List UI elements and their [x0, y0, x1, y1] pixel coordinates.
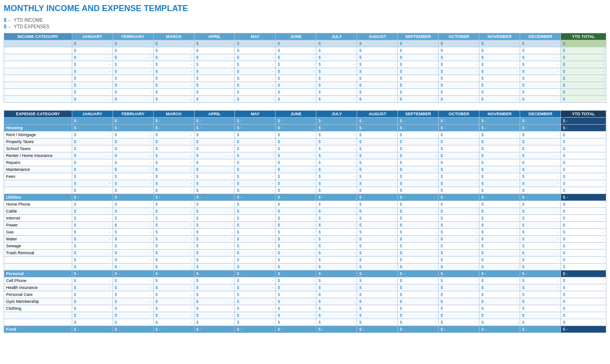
data-cell[interactable]: $ - — [276, 145, 316, 152]
data-cell[interactable]: $ - — [520, 298, 561, 305]
data-cell[interactable]: $ - — [561, 187, 606, 194]
data-cell[interactable]: $ - — [194, 61, 235, 68]
data-cell[interactable]: $ - — [194, 132, 235, 138]
data-cell[interactable]: $ - — [561, 312, 606, 319]
data-cell[interactable]: $ - — [153, 187, 194, 194]
data-cell[interactable]: $ - — [439, 201, 479, 208]
data-cell[interactable]: $ - — [479, 61, 520, 68]
data-cell[interactable]: $ - — [439, 159, 479, 166]
data-cell[interactable]: $ - — [520, 82, 561, 89]
data-cell[interactable]: $ - — [113, 215, 153, 222]
data-cell[interactable]: $ - — [316, 61, 357, 68]
data-cell[interactable]: $ - — [194, 250, 235, 257]
data-cell[interactable]: $ - — [561, 54, 606, 61]
data-cell[interactable]: $ - — [520, 75, 561, 82]
data-cell[interactable]: $ - — [398, 229, 439, 236]
data-cell[interactable]: $ - — [439, 40, 479, 47]
data-cell[interactable]: $ - — [479, 222, 520, 229]
data-cell[interactable]: $ - — [398, 68, 439, 75]
data-cell[interactable]: $ - — [194, 187, 235, 194]
data-cell[interactable]: $ - — [398, 215, 439, 222]
data-cell[interactable]: $ - — [561, 319, 606, 326]
data-cell[interactable]: $ - — [235, 277, 276, 284]
data-cell[interactable]: $ - — [194, 284, 235, 291]
data-cell[interactable]: $ - — [194, 173, 235, 180]
data-cell[interactable]: $ - — [561, 305, 606, 312]
data-cell[interactable]: $ - — [276, 166, 316, 173]
data-cell[interactable]: $ - — [235, 132, 276, 138]
data-cell[interactable]: $ - — [479, 75, 520, 82]
data-cell[interactable]: $ - — [276, 298, 316, 305]
data-cell[interactable]: $ - — [398, 291, 439, 298]
data-cell[interactable]: $ - — [398, 277, 439, 284]
data-cell[interactable]: $ - — [153, 166, 194, 173]
data-cell[interactable]: $ - — [561, 145, 606, 152]
data-cell[interactable]: $ - — [153, 264, 194, 270]
data-cell[interactable]: $ - — [113, 138, 153, 145]
data-cell[interactable]: $ - — [276, 96, 316, 103]
data-cell[interactable]: $ - — [113, 250, 153, 257]
data-cell[interactable]: $ - — [113, 312, 153, 319]
data-cell[interactable]: $ - — [357, 75, 398, 82]
data-cell[interactable]: $ - — [479, 284, 520, 291]
data-cell[interactable]: $ - — [520, 291, 561, 298]
data-cell[interactable]: $ - — [72, 54, 113, 61]
data-cell[interactable]: $ - — [113, 236, 153, 243]
data-cell[interactable]: $ - — [153, 61, 194, 68]
data-cell[interactable]: $ - — [276, 277, 316, 284]
data-cell[interactable]: $ - — [479, 145, 520, 152]
data-cell[interactable]: $ - — [357, 319, 398, 326]
data-cell[interactable]: $ - — [113, 305, 153, 312]
data-cell[interactable]: $ - — [357, 236, 398, 243]
data-cell[interactable]: $ - — [72, 68, 113, 75]
data-cell[interactable]: $ - — [276, 159, 316, 166]
data-cell[interactable]: $ - — [520, 305, 561, 312]
data-cell[interactable]: $ - — [113, 180, 153, 187]
data-cell[interactable]: $ - — [113, 68, 153, 75]
data-cell[interactable]: $ - — [153, 250, 194, 257]
data-cell[interactable]: $ - — [561, 68, 606, 75]
data-cell[interactable]: $ - — [153, 54, 194, 61]
data-cell[interactable]: $ - — [276, 312, 316, 319]
data-cell[interactable]: $ - — [276, 215, 316, 222]
data-cell[interactable]: $ - — [398, 40, 439, 47]
data-cell[interactable]: $ - — [153, 284, 194, 291]
data-cell[interactable]: $ - — [316, 132, 357, 138]
data-cell[interactable]: $ - — [194, 277, 235, 284]
data-cell[interactable]: $ - — [316, 229, 357, 236]
data-cell[interactable]: $ - — [194, 229, 235, 236]
data-cell[interactable]: $ - — [235, 166, 276, 173]
data-cell[interactable]: $ - — [72, 132, 113, 138]
data-cell[interactable]: $ - — [398, 47, 439, 54]
data-cell[interactable]: $ - — [520, 180, 561, 187]
data-cell[interactable]: $ - — [316, 250, 357, 257]
data-cell[interactable]: $ - — [235, 187, 276, 194]
data-cell[interactable]: $ - — [235, 250, 276, 257]
data-cell[interactable]: $ - — [398, 132, 439, 138]
data-cell[interactable]: $ - — [72, 208, 113, 215]
data-cell[interactable]: $ - — [316, 319, 357, 326]
data-cell[interactable]: $ - — [357, 215, 398, 222]
data-cell[interactable]: $ - — [235, 40, 276, 47]
data-cell[interactable]: $ - — [439, 61, 479, 68]
data-cell[interactable]: $ - — [479, 236, 520, 243]
data-cell[interactable]: $ - — [276, 132, 316, 138]
data-cell[interactable]: $ - — [72, 298, 113, 305]
data-cell[interactable]: $ - — [316, 312, 357, 319]
data-cell[interactable]: $ - — [113, 54, 153, 61]
data-cell[interactable]: $ - — [113, 47, 153, 54]
data-cell[interactable]: $ - — [439, 305, 479, 312]
data-cell[interactable]: $ - — [398, 166, 439, 173]
data-cell[interactable]: $ - — [439, 222, 479, 229]
data-cell[interactable]: $ - — [439, 291, 479, 298]
data-cell[interactable]: $ - — [113, 187, 153, 194]
data-cell[interactable]: $ - — [439, 284, 479, 291]
data-cell[interactable]: $ - — [194, 312, 235, 319]
data-cell[interactable]: $ - — [561, 138, 606, 145]
data-cell[interactable]: $ - — [194, 152, 235, 159]
data-cell[interactable]: $ - — [439, 277, 479, 284]
data-cell[interactable]: $ - — [235, 138, 276, 145]
data-cell[interactable]: $ - — [439, 319, 479, 326]
data-cell[interactable]: $ - — [316, 138, 357, 145]
data-cell[interactable]: $ - — [72, 40, 113, 47]
